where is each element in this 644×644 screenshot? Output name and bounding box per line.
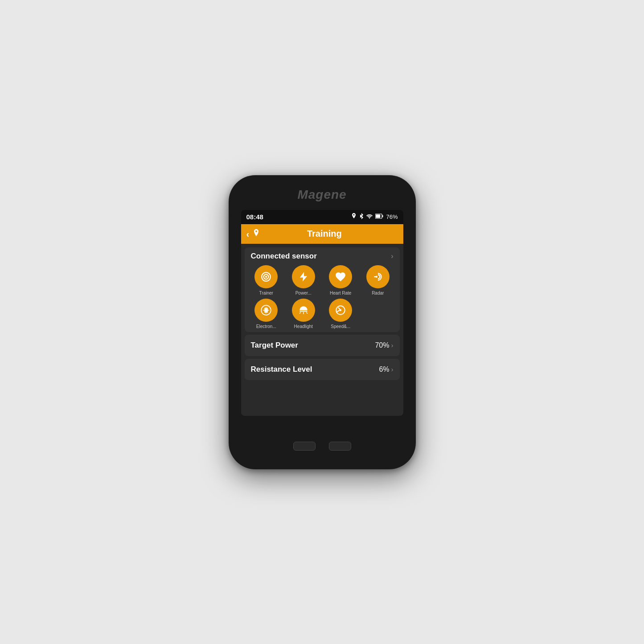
sensor-section-header[interactable]: Connected sensor › (247, 252, 397, 265)
device-buttons (293, 442, 351, 451)
sensor-section-chevron: › (391, 252, 393, 260)
target-power-row[interactable]: Target Power 70% › (245, 335, 400, 356)
screen: 08:48 (241, 210, 403, 416)
electronic-icon-circle (254, 299, 278, 322)
sensor-empty (361, 299, 395, 329)
resistance-level-chevron: › (391, 365, 394, 373)
trainer-icon-circle (254, 265, 278, 288)
scene: Magene 08:48 (0, 0, 644, 644)
speed-icon-circle (329, 299, 352, 322)
heart-rate-label: Heart Rate (330, 291, 351, 296)
status-time: 08:48 (246, 213, 263, 221)
resistance-level-number: 6% (379, 365, 389, 373)
sensor-grid-row1: Trainer Power... (247, 265, 397, 296)
header-bar: ‹ Training (241, 224, 403, 244)
svg-line-10 (299, 312, 300, 313)
svg-rect-1 (382, 215, 383, 217)
target-power-value: 70% › (375, 341, 393, 349)
power-icon-circle (292, 265, 315, 288)
right-button[interactable] (329, 442, 351, 451)
headlight-icon-circle (292, 299, 315, 322)
target-power-chevron: › (391, 341, 394, 349)
back-button[interactable]: ‹ (246, 230, 250, 238)
sensor-heart-rate[interactable]: Heart Rate (324, 265, 358, 296)
sensor-trainer[interactable]: Trainer (249, 265, 284, 296)
connected-sensor-section: Connected sensor › (245, 247, 400, 332)
power-label: Power... (295, 291, 312, 296)
radar-label: Radar (372, 291, 384, 296)
sensor-section-title: Connected sensor (251, 252, 317, 261)
svg-point-5 (265, 275, 267, 277)
target-power-label: Target Power (251, 341, 298, 350)
status-icons: 76% (351, 213, 398, 221)
electronic-label: Electron... (256, 324, 276, 329)
svg-rect-9 (299, 311, 307, 312)
speed-label: Speed&... (331, 324, 350, 329)
sensor-radar[interactable]: Radar (361, 265, 395, 296)
svg-point-8 (265, 308, 268, 312)
battery-icon (375, 213, 383, 220)
status-bar: 08:48 (241, 210, 403, 224)
svg-line-12 (306, 312, 307, 313)
resistance-level-row[interactable]: Resistance Level 6% › (245, 359, 400, 380)
target-power-number: 70% (375, 341, 389, 349)
location-icon (351, 213, 357, 221)
sensor-electronic[interactable]: Electron... (249, 299, 284, 329)
sensor-grid-row2: Electron... (247, 296, 397, 329)
trainer-label: Trainer (259, 291, 273, 296)
content-area: Connected sensor › (241, 244, 403, 416)
headlight-label: Headlight (294, 324, 313, 329)
wifi-icon (366, 213, 373, 220)
device-wrapper: Magene 08:48 (229, 175, 416, 469)
sensor-speed[interactable]: Speed&... (324, 299, 358, 329)
page-title: Training (263, 229, 385, 239)
sensor-headlight[interactable]: Headlight (286, 299, 321, 329)
pin-icon (253, 229, 260, 238)
left-button[interactable] (293, 442, 316, 451)
resistance-level-label: Resistance Level (251, 365, 312, 374)
svg-rect-2 (376, 214, 381, 218)
bluetooth-icon (359, 213, 364, 221)
resistance-level-value: 6% › (379, 365, 393, 373)
heart-rate-icon-circle (329, 265, 352, 288)
radar-icon-circle (366, 265, 390, 288)
brand-label: Magene (297, 188, 346, 202)
sensor-power[interactable]: Power... (286, 265, 321, 296)
battery-percentage: 76% (386, 213, 398, 220)
